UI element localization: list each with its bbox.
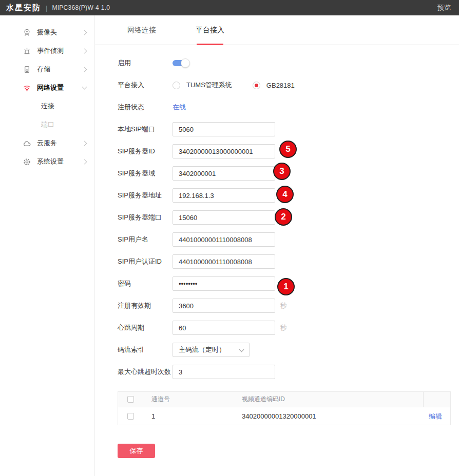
radio-option-gb28181[interactable]: GB28181	[253, 82, 295, 89]
stream-index-row: 码流索引 主码流（定时）	[95, 343, 459, 357]
cloud-icon	[23, 139, 31, 148]
platform-access-form: 启用 平台接入 TUMS管理系统 GB28181 注册状态 在线 本地SIP端口…	[95, 45, 459, 458]
sidebar-subitem-port[interactable]: 端口	[0, 115, 94, 134]
enable-label: 启用	[118, 58, 173, 68]
sidebar-item-cloud-service[interactable]: 云服务	[0, 134, 94, 152]
enable-row: 启用	[95, 56, 459, 70]
tab-bar: 网络连接 平台接入	[95, 15, 459, 45]
sip-server-id-row: SIP服务器ID 5	[95, 144, 459, 158]
sip-username-input[interactable]	[173, 232, 275, 247]
main-content: 网络连接 平台接入 启用 平台接入 TUMS管理系统 GB28181 注册状态 …	[95, 15, 459, 476]
annotation-badge: 2	[275, 208, 292, 226]
sip-auth-id-input[interactable]	[173, 254, 275, 269]
local-sip-port-row: 本地SIP端口	[95, 122, 459, 136]
sip-server-port-input[interactable]	[173, 210, 275, 225]
registration-status-value: 在线	[173, 103, 186, 112]
heartbeat-period-row: 心跳周期 秒	[95, 321, 459, 335]
sidebar-item-camera[interactable]: 摄像头	[0, 23, 94, 42]
camera-icon	[23, 28, 31, 37]
platform-type-row: 平台接入 TUMS管理系统 GB28181	[95, 78, 459, 92]
chevron-right-icon	[82, 30, 87, 35]
sip-server-port-row: SIP服务器端口 2	[95, 210, 459, 225]
table-row: 1 34020000001320000001 编辑	[118, 407, 450, 425]
seconds-unit: 秒	[280, 301, 287, 310]
sip-username-row: SIP用户名	[95, 232, 459, 247]
radio-checked-icon	[253, 82, 260, 89]
max-heartbeat-timeout-row: 最大心跳超时次数	[95, 365, 459, 379]
column-header-code-id: 视频通道编码ID	[233, 395, 423, 404]
toggle-knob	[181, 58, 190, 68]
seconds-unit: 秒	[280, 323, 287, 332]
channel-code-id-cell: 34020000001320000001	[233, 412, 423, 420]
registration-status-row: 注册状态 在线	[95, 100, 459, 114]
stream-index-select[interactable]: 主码流（定时）	[173, 343, 250, 357]
tab-network-connection[interactable]: 网络连接	[127, 15, 156, 45]
row-checkbox[interactable]	[127, 413, 134, 420]
preview-link[interactable]: 预览	[437, 3, 451, 12]
sip-server-address-input[interactable]	[173, 188, 275, 203]
channel-number-cell: 1	[143, 412, 233, 420]
chevron-down-icon	[239, 347, 244, 352]
column-header-channel: 通道号	[143, 395, 233, 404]
annotation-badge: 4	[276, 186, 294, 203]
table-header-row: 通道号 视频通道编码ID	[118, 392, 450, 407]
sip-auth-id-row: SIP用户认证ID	[95, 254, 459, 269]
sidebar-item-storage[interactable]: 存储	[0, 60, 94, 78]
sidebar-item-system-settings[interactable]: 系统设置	[0, 152, 94, 171]
annotation-badge: 5	[279, 141, 297, 158]
device-model: MIPC368(P)W-4 1.0	[52, 4, 110, 11]
top-bar: 水星安防 | MIPC368(P)W-4 1.0 预览	[0, 0, 459, 15]
enable-toggle[interactable]	[173, 60, 188, 66]
edit-link[interactable]: 编辑	[429, 412, 442, 420]
platform-type-label: 平台接入	[118, 81, 173, 90]
chevron-right-icon	[82, 48, 87, 53]
registration-validity-input[interactable]	[173, 299, 275, 313]
gear-icon	[23, 157, 31, 166]
password-input[interactable]	[173, 276, 275, 291]
annotation-badge: 3	[273, 163, 291, 180]
sidebar-item-event-detection[interactable]: 事件侦测	[0, 42, 94, 60]
select-all-checkbox[interactable]	[127, 396, 134, 403]
password-row: 密码 1	[95, 276, 459, 291]
chevron-right-icon	[82, 159, 87, 164]
chevron-right-icon	[82, 67, 87, 72]
column-header-action	[423, 392, 450, 407]
local-sip-port-input[interactable]	[173, 122, 275, 136]
annotation-badge: 1	[277, 278, 295, 295]
channel-table: 通道号 视频通道编码ID 1 34020000001320000001 编辑	[118, 391, 451, 425]
registration-status-label: 注册状态	[118, 103, 173, 112]
sip-server-domain-input[interactable]	[173, 166, 275, 181]
radio-icon	[173, 82, 180, 89]
sidebar: 摄像头 事件侦测 存储	[0, 15, 95, 476]
chevron-right-icon	[82, 141, 87, 146]
brand-divider: |	[46, 4, 47, 12]
wifi-icon	[23, 84, 31, 92]
sip-server-id-input[interactable]	[173, 144, 275, 158]
tab-platform-access[interactable]: 平台接入	[196, 15, 224, 45]
save-button[interactable]: 保存	[118, 444, 155, 458]
radio-option-tums[interactable]: TUMS管理系统	[173, 81, 232, 90]
heartbeat-period-input[interactable]	[173, 321, 275, 335]
brand-logo: 水星安防	[6, 3, 41, 13]
sidebar-subitem-connection[interactable]: 连接	[0, 97, 94, 115]
max-heartbeat-timeout-input[interactable]	[173, 365, 275, 379]
sip-server-domain-row: SIP服务器域 3	[95, 166, 459, 181]
chevron-down-icon	[82, 85, 87, 90]
alarm-icon	[23, 47, 31, 55]
storage-icon	[23, 65, 31, 74]
sip-server-address-row: SIP服务器地址 4	[95, 188, 459, 203]
registration-validity-row: 注册有效期 秒	[95, 299, 459, 313]
sidebar-item-network-settings[interactable]: 网络设置	[0, 78, 94, 97]
